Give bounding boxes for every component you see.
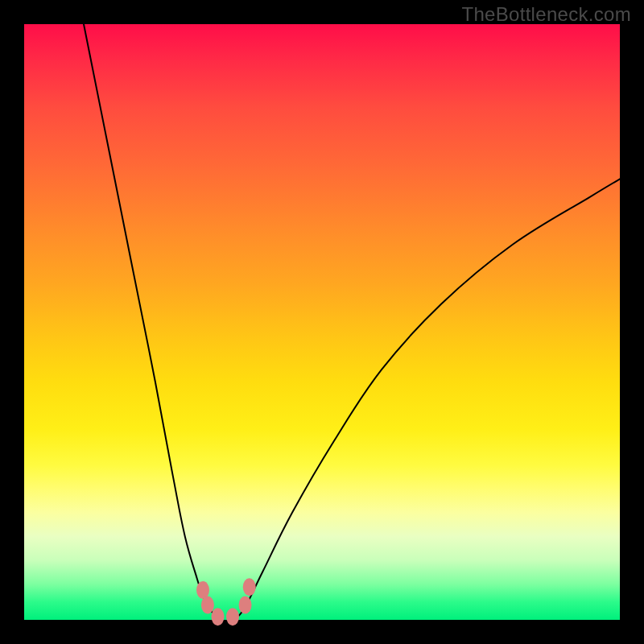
marker-point (226, 608, 239, 625)
marker-point (239, 597, 252, 614)
bottleneck-curve (84, 24, 620, 621)
chart-stage: TheBottleneck.com (0, 0, 644, 644)
marker-group (196, 578, 256, 625)
watermark-text: TheBottleneck.com (461, 3, 631, 26)
marker-point (201, 597, 214, 614)
marker-point (243, 578, 256, 596)
plot-area (24, 24, 620, 620)
curve-layer (24, 24, 620, 620)
marker-point (212, 608, 225, 625)
